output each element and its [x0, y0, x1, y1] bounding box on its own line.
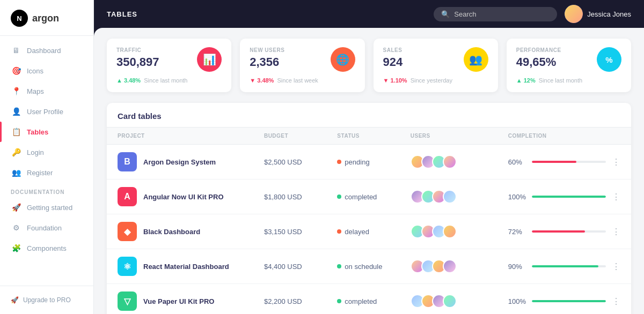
- project-name: Argon Design System: [143, 158, 216, 166]
- users-cell: [411, 294, 508, 308]
- stat-period: Since yesterday: [411, 77, 452, 84]
- upgrade-label: Upgrade to PRO: [23, 296, 71, 304]
- project-logo: B: [118, 152, 137, 171]
- logo-text: argon: [32, 13, 59, 24]
- sidebar-item-foundation[interactable]: ⚙ Foundation: [5, 218, 88, 238]
- progress-fill: [532, 161, 576, 163]
- sidebar-item-label: Getting started: [27, 204, 72, 212]
- sidebar-divider: [0, 35, 93, 36]
- completion-pct: 100%: [508, 297, 528, 305]
- user-avatar: [443, 190, 457, 204]
- stat-period: Since last week: [277, 77, 318, 84]
- budget-cell: $2,500 USD: [264, 158, 337, 166]
- upgrade-button[interactable]: 🚀 Upgrade to PRO: [5, 291, 88, 309]
- search-icon: 🔍: [441, 10, 450, 18]
- completion-pct: 100%: [508, 193, 528, 201]
- stat-period: Since last month: [144, 77, 187, 84]
- table-body: B Argon Design System $2,500 USD pending…: [107, 145, 631, 314]
- icons-icon: 🎯: [11, 65, 21, 76]
- project-name: React Material Dashboard: [143, 263, 229, 271]
- status-label: completed: [345, 193, 377, 201]
- stat-label: TRAFFIC: [116, 47, 159, 53]
- progress-fill: [532, 265, 598, 267]
- register-icon: 👥: [11, 167, 21, 178]
- progress-bar: [532, 196, 606, 198]
- sidebar-item-dashboard[interactable]: 🖥 Dashboard: [5, 40, 88, 61]
- more-options-button[interactable]: ⋮: [606, 296, 620, 306]
- progress-bar: [532, 300, 606, 302]
- stat-footer: ▼ 1.10% Since yesterday: [383, 77, 488, 84]
- table-card: Card tables PROJECT BUDGET STATUS USERS …: [107, 103, 631, 314]
- status-cell: completed: [337, 297, 410, 305]
- main-area: TABLES 🔍 Jessica Jones TRAFFIC 350: [94, 0, 644, 314]
- sidebar: N argon 🖥 Dashboard 🎯 Icons 📍 Maps 👤 Use…: [0, 0, 94, 314]
- stat-icon-performance: %: [597, 47, 621, 72]
- user-avatar: [443, 155, 457, 169]
- more-options-button[interactable]: ⋮: [606, 192, 620, 202]
- maps-icon: 📍: [11, 86, 21, 96]
- sidebar-item-label: Components: [27, 244, 67, 252]
- project-logo: A: [118, 187, 137, 206]
- completion-pct: 60%: [508, 158, 528, 166]
- foundation-icon: ⚙: [11, 222, 21, 233]
- stat-footer: ▼ 3.48% Since last week: [250, 77, 355, 84]
- sidebar-item-maps[interactable]: 📍 Maps: [5, 81, 88, 101]
- table-row: B Argon Design System $2,500 USD pending…: [107, 145, 631, 180]
- project-logo: ⚛: [118, 257, 137, 276]
- project-cell: ▽ Vue Paper UI Kit PRO: [118, 291, 264, 311]
- more-options-button[interactable]: ⋮: [606, 157, 620, 167]
- status-label: on schedule: [345, 263, 382, 271]
- sidebar-item-login[interactable]: 🔑 Login: [5, 142, 88, 162]
- project-name: Angular Now UI Kit PRO: [143, 193, 224, 201]
- completion-cell: 100%: [508, 297, 606, 305]
- status-label: completed: [345, 297, 377, 305]
- user-info[interactable]: Jessica Jones: [565, 5, 631, 23]
- stat-icon-new-users: 🌐: [331, 47, 355, 72]
- sidebar-item-label: Tables: [27, 128, 48, 136]
- th-status: STATUS: [337, 133, 410, 139]
- sidebar-item-icons[interactable]: 🎯 Icons: [5, 61, 88, 81]
- users-cell: [411, 259, 508, 273]
- sidebar-item-label: Maps: [27, 87, 44, 95]
- status-cell: on schedule: [337, 263, 410, 271]
- sidebar-item-label: Dashboard: [27, 47, 61, 55]
- stat-value: 49,65%: [516, 55, 561, 69]
- users-cell: [411, 225, 508, 238]
- status-cell: completed: [337, 193, 410, 201]
- th-project: PROJECT: [118, 133, 264, 139]
- search-bar[interactable]: 🔍: [434, 7, 557, 21]
- sidebar-item-getting-started[interactable]: 🚀 Getting started: [5, 197, 88, 218]
- search-input[interactable]: [454, 10, 550, 18]
- stat-footer: ▲ 3.48% Since last month: [116, 77, 222, 84]
- more-options-button[interactable]: ⋮: [606, 227, 620, 237]
- stat-card-performance: PERFORMANCE 49,65% % ▲ 12% Since last mo…: [507, 39, 631, 92]
- sidebar-nav: 🖥 Dashboard 🎯 Icons 📍 Maps 👤 User Profil…: [0, 40, 93, 286]
- status-cell: delayed: [337, 228, 410, 236]
- sidebar-item-tables[interactable]: 📋 Tables: [5, 122, 88, 142]
- project-name: Black Dashboard: [143, 228, 200, 236]
- budget-cell: $2,200 USD: [264, 297, 337, 305]
- user-avatar: [443, 259, 457, 273]
- avatar: [565, 5, 583, 23]
- sidebar-item-register[interactable]: 👥 Register: [5, 162, 88, 183]
- project-cell: B Argon Design System: [118, 152, 264, 171]
- header-right: 🔍 Jessica Jones: [434, 5, 631, 23]
- table-header: PROJECT BUDGET STATUS USERS COMPLETION: [107, 128, 631, 145]
- project-logo: ▽: [118, 291, 137, 311]
- stat-card-sales: SALES 924 👥 ▼ 1.10% Since yesterday: [374, 39, 498, 92]
- sidebar-item-components[interactable]: 🧩 Components: [5, 238, 88, 258]
- stat-value: 924: [383, 55, 403, 69]
- content-area: TRAFFIC 350,897 📊 ▲ 3.48% Since last mon…: [94, 28, 644, 314]
- sidebar-item-label: Login: [27, 148, 44, 156]
- stat-change: ▲ 3.48%: [116, 77, 141, 84]
- progress-bar: [532, 265, 606, 267]
- more-options-button[interactable]: ⋮: [606, 261, 620, 272]
- th-users: USERS: [411, 133, 508, 139]
- table-row: ◆ Black Dashboard $3,150 USD delayed 72%…: [107, 214, 631, 249]
- sidebar-item-user-profile[interactable]: 👤 User Profile: [5, 101, 88, 122]
- status-dot: [337, 299, 341, 303]
- completion-cell: 72%: [508, 228, 606, 236]
- th-completion: COMPLETION: [508, 133, 606, 139]
- status-dot: [337, 195, 341, 199]
- stat-label: PERFORMANCE: [516, 47, 561, 53]
